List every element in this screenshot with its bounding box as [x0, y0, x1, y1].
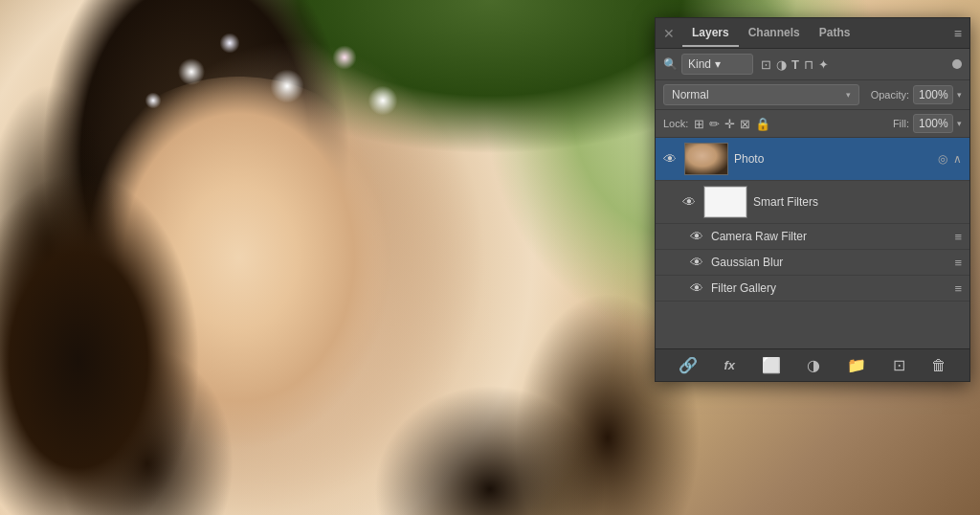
filter-row: 🔍 Kind ▾ ⊡ ◑ T ⊓ ✦ — [656, 49, 969, 80]
blend-mode-label: Normal — [672, 88, 709, 101]
artboard-icon[interactable]: ⊡ — [893, 356, 905, 374]
tab-layers[interactable]: Layers — [682, 20, 739, 47]
sublayer-camera-eye[interactable]: 👁 — [690, 229, 705, 244]
layers-list: 👁 Photo ◎ ∧ 👁 Smart Filters 👁 Camera Raw… — [656, 138, 969, 348]
layer-smart-thumbnail — [704, 187, 746, 217]
layer-smart-eye[interactable]: 👁 — [682, 194, 698, 210]
opacity-row: Opacity: 100% ▾ — [871, 85, 962, 104]
lock-icons: ⊞ ✏ ✛ ⊠ 🔒 — [694, 117, 770, 131]
lock-paint-icon[interactable]: ✏ — [709, 117, 720, 131]
sublayer-gaussian[interactable]: 👁 Gaussian Blur ≡ — [656, 250, 969, 276]
blend-mode-arrow: ▾ — [846, 90, 851, 100]
filter-dot — [952, 59, 962, 69]
panel-toolbar: 🔗 fx ⬜ ◑ 📁 ⊡ 🗑 — [656, 348, 969, 381]
layer-smart-name: Smart Filters — [753, 195, 962, 209]
sublayer-gallery-eye[interactable]: 👁 — [690, 280, 705, 296]
tab-paths[interactable]: Paths — [810, 20, 860, 47]
lock-row: Lock: ⊞ ✏ ✛ ⊠ 🔒 Fill: 100% ▾ — [656, 110, 969, 138]
sublayer-gaussian-settings[interactable]: ≡ — [954, 256, 962, 270]
lock-pixels-icon[interactable]: ⊞ — [694, 117, 704, 131]
panel-tabs: Layers Channels Paths — [682, 20, 954, 47]
search-icon: 🔍 — [663, 57, 678, 71]
filter-pixel-icon[interactable]: ⊡ — [761, 57, 771, 72]
opacity-label: Opacity: — [871, 89, 909, 101]
group-icon[interactable]: 📁 — [847, 356, 866, 374]
blend-mode-select[interactable]: Normal ▾ — [663, 84, 859, 105]
sublayer-filter-gallery[interactable]: 👁 Filter Gallery ≡ — [656, 276, 969, 302]
layer-smart-thumb — [703, 186, 747, 218]
opacity-arrow[interactable]: ▾ — [957, 90, 962, 100]
panel-menu-icon[interactable]: ≡ — [954, 26, 962, 41]
lock-label: Lock: — [663, 118, 688, 129]
sublayer-gallery-name: Filter Gallery — [711, 281, 948, 295]
sublayer-gallery-settings[interactable]: ≡ — [954, 281, 962, 296]
tab-channels[interactable]: Channels — [739, 20, 810, 47]
lock-move-icon[interactable]: ✛ — [724, 117, 735, 131]
adjustment-layer-icon[interactable]: ◑ — [807, 356, 820, 374]
filter-icons: ⊡ ◑ T ⊓ ✦ — [761, 57, 829, 72]
delete-icon[interactable]: 🗑 — [931, 357, 947, 374]
fill-row: Fill: 100% ▾ — [893, 114, 962, 133]
blend-mode-row: Normal ▾ Opacity: 100% ▾ — [656, 80, 969, 110]
layer-photo-options[interactable]: ◎ — [938, 152, 947, 166]
sublayer-gaussian-eye[interactable]: 👁 — [690, 255, 705, 270]
mask-icon[interactable]: ⬜ — [762, 356, 781, 374]
filter-adjustment-icon[interactable]: ◑ — [776, 57, 787, 72]
lock-all-icon[interactable]: 🔒 — [755, 117, 770, 131]
layer-photo-expand[interactable]: ∧ — [953, 152, 962, 166]
kind-dropdown-arrow: ▾ — [715, 57, 721, 71]
kind-select[interactable]: Kind ▾ — [681, 54, 753, 75]
flowers-decoration — [77, 0, 459, 144]
layer-smart-filters[interactable]: 👁 Smart Filters — [656, 181, 969, 224]
filter-smart-icon[interactable]: ✦ — [818, 57, 829, 72]
panel-header: ✕ Layers Channels Paths ≡ — [656, 18, 969, 49]
face-overlay — [48, 77, 431, 479]
sublayer-camera-raw[interactable]: 👁 Camera Raw Filter ≡ — [656, 224, 969, 250]
link-icon[interactable]: 🔗 — [679, 356, 698, 374]
opacity-input[interactable]: 100% — [913, 85, 953, 104]
fill-arrow[interactable]: ▾ — [957, 119, 962, 128]
filter-type-icon[interactable]: T — [791, 57, 799, 72]
filter-shape-icon[interactable]: ⊓ — [804, 57, 813, 72]
layer-photo-thumb — [684, 143, 728, 175]
fill-input[interactable]: 100% — [913, 114, 953, 133]
sublayer-camera-name: Camera Raw Filter — [711, 230, 948, 243]
layer-photo-thumbnail — [685, 144, 727, 174]
fx-icon[interactable]: fx — [724, 358, 735, 372]
fill-label: Fill: — [893, 118, 909, 129]
sublayer-gaussian-name: Gaussian Blur — [711, 256, 948, 269]
layers-panel: ✕ Layers Channels Paths ≡ 🔍 Kind ▾ ⊡ ◑ T… — [655, 17, 970, 382]
lock-artboard-icon[interactable]: ⊠ — [740, 117, 750, 131]
layer-photo[interactable]: 👁 Photo ◎ ∧ — [656, 138, 969, 181]
sublayer-camera-settings[interactable]: ≡ — [954, 230, 962, 244]
layer-photo-name: Photo — [734, 152, 932, 166]
layer-photo-eye[interactable]: 👁 — [663, 151, 679, 167]
kind-label: Kind — [688, 57, 711, 71]
close-button[interactable]: ✕ — [663, 26, 675, 41]
